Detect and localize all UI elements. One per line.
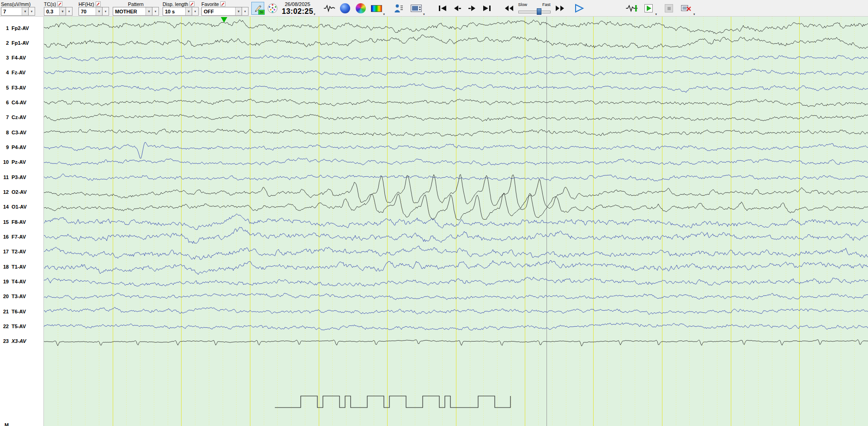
auto-play-dropdown-icon[interactable]: ▾ bbox=[656, 12, 657, 16]
tc-alt-dropdown[interactable]: ▾ bbox=[66, 7, 73, 16]
chevron-down-icon: ▾ bbox=[235, 7, 242, 15]
tc-select[interactable]: 0.3 ▾ bbox=[44, 7, 66, 16]
annotation-pen-button[interactable]: 50 bbox=[251, 2, 264, 15]
edit-icon[interactable] bbox=[96, 1, 101, 6]
fast-forward-button[interactable] bbox=[553, 2, 566, 15]
channel-row[interactable]: 15F8-AV bbox=[0, 218, 44, 226]
favorite-label: Favorite bbox=[201, 1, 219, 7]
pattern-alt-dropdown[interactable]: ▾ bbox=[152, 7, 159, 16]
speed-slider[interactable] bbox=[518, 8, 551, 15]
play-button[interactable] bbox=[573, 2, 586, 15]
patient-icon bbox=[394, 3, 403, 13]
skip-end-button[interactable] bbox=[480, 2, 493, 15]
channel-label: F4-AV bbox=[12, 55, 26, 60]
channel-row[interactable]: 18T1-AV bbox=[0, 263, 44, 270]
channel-number: 6 bbox=[0, 100, 9, 105]
fast-forward-icon bbox=[555, 5, 565, 12]
favorite-value: OFF bbox=[204, 9, 214, 14]
hf-alt-dropdown[interactable]: ▾ bbox=[103, 7, 109, 16]
favorite-alt-dropdown[interactable]: ▾ bbox=[242, 7, 249, 16]
eeg-waveform-canvas[interactable] bbox=[44, 17, 868, 426]
channel-row[interactable]: 4Fz-AV bbox=[0, 69, 44, 77]
pattern-value: MOTHER bbox=[115, 9, 137, 14]
pattern-select[interactable]: MOTHER ▾ bbox=[113, 7, 152, 16]
channel-row[interactable]: 21T6-AV bbox=[0, 307, 44, 315]
channel-row[interactable]: 11P3-AV bbox=[0, 173, 44, 181]
electrode-map-button[interactable] bbox=[266, 2, 279, 15]
notch-badge: 50 bbox=[258, 10, 265, 15]
edit-icon[interactable] bbox=[57, 1, 62, 6]
channel-row[interactable]: 8C3-AV bbox=[0, 128, 44, 136]
video-button[interactable] bbox=[410, 2, 423, 15]
channel-row[interactable]: M bbox=[0, 421, 44, 426]
channel-row[interactable]: 3F4-AV bbox=[0, 54, 44, 62]
channel-row[interactable]: 19T4-AV bbox=[0, 278, 44, 286]
channel-row[interactable]: 23X3-AV bbox=[0, 337, 44, 345]
speed-control-group: Slow Fast bbox=[503, 0, 566, 15]
channel-row[interactable]: 7Cz-AV bbox=[0, 114, 44, 121]
channel-row[interactable]: 22T5-AV bbox=[0, 323, 44, 330]
colormap-button[interactable] bbox=[370, 2, 383, 15]
electrode-map-icon bbox=[267, 3, 278, 14]
hf-select[interactable]: 70 ▾ bbox=[79, 7, 103, 16]
tc-value: 0.3 bbox=[46, 9, 53, 14]
hf-group: HF(Hz) 70 ▾ ▾ bbox=[79, 0, 109, 16]
step-forward-button[interactable] bbox=[466, 2, 479, 15]
slow-label: Slow bbox=[518, 2, 528, 7]
topo-map-button[interactable] bbox=[339, 2, 352, 15]
channel-row[interactable]: 1Fp2-AV bbox=[0, 24, 44, 32]
sensitivity-alt-dropdown[interactable]: ▾ bbox=[29, 7, 35, 16]
sphere-map-button[interactable] bbox=[354, 2, 367, 15]
channel-number: 9 bbox=[0, 144, 9, 150]
auto-play-button[interactable] bbox=[642, 2, 655, 15]
pause-disabled-button[interactable] bbox=[662, 2, 675, 15]
channel-number: 5 bbox=[0, 85, 9, 90]
channel-row[interactable]: 2Fp1-AV bbox=[0, 39, 44, 47]
channel-number: 23 bbox=[0, 338, 9, 344]
close-review-button[interactable] bbox=[680, 2, 693, 15]
fast-rewind-icon bbox=[504, 5, 514, 12]
waveform-view-button[interactable] bbox=[323, 2, 336, 15]
speed-slider-handle[interactable] bbox=[537, 8, 541, 15]
channel-row[interactable]: 9P4-AV bbox=[0, 144, 44, 151]
channel-row[interactable]: 10Pz-AV bbox=[0, 158, 44, 166]
datetime-dropdown-icon[interactable]: ▾ bbox=[314, 12, 316, 16]
channel-row[interactable]: 17T2-AV bbox=[0, 248, 44, 256]
skip-end-icon bbox=[483, 5, 491, 12]
colormap-icon bbox=[371, 5, 382, 12]
sensitivity-select[interactable]: 7 ▾ bbox=[1, 7, 29, 16]
channel-row[interactable]: 20T3-AV bbox=[0, 293, 44, 300]
video-dropdown-icon[interactable]: ▾ bbox=[423, 12, 425, 16]
step-back-button[interactable] bbox=[451, 2, 464, 15]
channel-number: 12 bbox=[0, 189, 9, 195]
channel-label: Cz-AV bbox=[12, 114, 26, 120]
topo-map-icon bbox=[340, 3, 350, 13]
pattern-label: Pattern bbox=[128, 1, 144, 7]
disp-length-select[interactable]: 10 s ▾ bbox=[163, 7, 192, 16]
skip-start-button[interactable] bbox=[436, 2, 449, 15]
disp-length-alt-dropdown[interactable]: ▾ bbox=[192, 7, 199, 16]
fast-rewind-button[interactable] bbox=[503, 2, 516, 15]
channel-row[interactable]: 6C4-AV bbox=[0, 99, 44, 107]
edit-icon[interactable] bbox=[189, 1, 194, 6]
channel-row[interactable]: 14O1-AV bbox=[0, 203, 44, 211]
channel-number: 16 bbox=[0, 234, 9, 240]
channel-number: 7 bbox=[0, 114, 9, 120]
channel-row[interactable]: 12O2-AV bbox=[0, 188, 44, 196]
favorite-select[interactable]: OFF ▾ bbox=[201, 7, 242, 16]
channel-row[interactable]: 16F7-AV bbox=[0, 233, 44, 241]
eeg-area: 1Fp2-AV2Fp1-AV3F4-AV4Fz-AV5F3-AV6C4-AV7C… bbox=[0, 17, 868, 426]
review-wave-button[interactable] bbox=[625, 2, 638, 15]
channel-label: O2-AV bbox=[12, 189, 27, 195]
edit-icon[interactable] bbox=[220, 1, 225, 6]
channel-label: C4-AV bbox=[12, 100, 26, 105]
pattern-group: Pattern MOTHER ▾ ▾ bbox=[113, 0, 159, 16]
close-review-dropdown-icon[interactable]: ▾ bbox=[693, 12, 695, 16]
date-display: 26/08/2025 bbox=[285, 1, 310, 7]
channel-label: F7-AV bbox=[12, 234, 26, 240]
channel-label: T3-AV bbox=[12, 294, 26, 299]
page-marker-icon[interactable] bbox=[221, 17, 227, 23]
channel-row[interactable]: 5F3-AV bbox=[0, 84, 44, 91]
patient-info-button[interactable] bbox=[392, 2, 405, 15]
view-options-dropdown-icon[interactable]: ▾ bbox=[383, 12, 385, 16]
